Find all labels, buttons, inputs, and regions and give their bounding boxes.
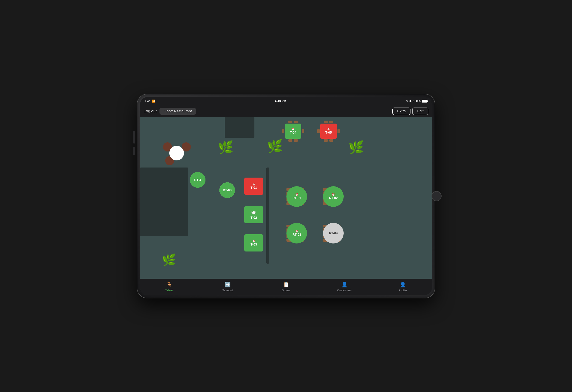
battery-indicator	[422, 100, 427, 102]
nav-profile[interactable]: 👤 Profile	[374, 279, 432, 295]
table-RT04-label: RT-04	[329, 231, 338, 235]
customers-icon: 👤	[341, 282, 348, 288]
extra-button[interactable]: Extra	[392, 108, 411, 115]
nav-tables[interactable]: 🪑 Tables	[140, 279, 198, 295]
status-bar: iPad 📶 4:43 PM ⊕ ✱ 100%	[140, 97, 432, 105]
chair	[324, 121, 328, 123]
ipad-screen: iPad 📶 4:43 PM ⊕ ✱ 100% Log out Floor: R…	[140, 97, 432, 295]
table-RT03-wrapper[interactable]: ⏰ RT-03	[286, 225, 304, 242]
tables-icon: 🪑	[166, 282, 172, 288]
device-model: iPad	[145, 99, 151, 103]
logout-button[interactable]: Log out	[144, 109, 157, 114]
table-BT4[interactable]: BT-4	[190, 172, 206, 188]
chair	[288, 139, 292, 142]
home-button[interactable]	[431, 191, 442, 201]
table-RT03[interactable]: ⏰ RT-03	[286, 223, 307, 244]
table-T05-wrapper[interactable]: ⏰ T-05	[317, 121, 340, 142]
orders-icon: 📋	[283, 282, 289, 288]
table-T02-wrapper[interactable]: 🍽️ T-02	[244, 210, 259, 220]
bottom-navigation: 🪑 Tables ➡️ Takeout 📋 Orders 👤 Customers…	[140, 279, 432, 295]
table-T04-wrapper[interactable]: ⏰ T-04	[282, 121, 304, 142]
nav-orders[interactable]: 📋 Orders	[257, 279, 315, 295]
table-T01-label: T-01	[251, 186, 257, 190]
floor-plan: 🌿 🌿 🌿 🌿	[140, 117, 432, 279]
chair	[282, 129, 284, 133]
table-RT02-label: RT-02	[329, 196, 338, 200]
app-screen: iPad 📶 4:43 PM ⊕ ✱ 100% Log out Floor: R…	[140, 97, 432, 295]
nav-customers[interactable]: 👤 Customers	[315, 279, 374, 295]
table-RT01[interactable]: ⏰ RT-01	[286, 186, 307, 207]
chair	[288, 121, 292, 123]
nav-tables-label: Tables	[165, 289, 174, 292]
floor-label: Floor: Restaurant	[159, 108, 196, 115]
nav-customers-label: Customers	[337, 289, 352, 292]
battery-fill	[422, 100, 427, 102]
table-RT01-wrapper[interactable]: ⏰ RT-01	[286, 188, 304, 205]
status-left: iPad 📶	[145, 99, 155, 103]
plant-4: 🌿	[162, 253, 176, 267]
chair	[294, 139, 298, 142]
nav-orders-label: Orders	[281, 289, 291, 292]
nav-takeout[interactable]: ➡️ Takeout	[198, 279, 257, 295]
chair	[302, 129, 304, 133]
table-T02[interactable]: 🍽️ T-02	[244, 206, 263, 223]
chair	[294, 121, 298, 123]
ipad-device: iPad 📶 4:43 PM ⊕ ✱ 100% Log out Floor: R…	[137, 94, 435, 298]
table-T04-label: T-04	[290, 131, 296, 134]
table-T03[interactable]: ⏰ T-03	[244, 234, 263, 251]
plant-2: 🌿	[267, 139, 283, 154]
volume-up-button[interactable]	[133, 135, 135, 144]
lounge-table	[169, 146, 184, 160]
table-RT04-wrapper[interactable]: RT-04	[323, 225, 340, 242]
chair	[317, 129, 320, 133]
table-RT01-label: RT-01	[292, 196, 301, 200]
table-RT02[interactable]: ⏰ RT-02	[323, 186, 344, 207]
plant-3: 🌿	[348, 140, 364, 155]
volume-down-button[interactable]	[133, 147, 135, 155]
wall-decor-3	[266, 167, 269, 264]
table-T03-label: T-03	[251, 243, 257, 246]
table-RT02-wrapper[interactable]: ⏰ RT-02	[323, 188, 340, 205]
edit-button[interactable]: Edit	[412, 108, 428, 115]
table-RT04[interactable]: RT-04	[323, 223, 344, 244]
wifi-icon: 📶	[152, 99, 155, 103]
table-T01-wrapper[interactable]: ⏰ T-01	[244, 181, 259, 191]
table-T05-label: T-05	[325, 131, 332, 134]
battery-label: 100%	[413, 99, 421, 103]
plant-1: 🌿	[218, 140, 234, 155]
top-bar: Log out Floor: Restaurant Extra Edit	[140, 105, 432, 117]
nav-profile-label: Profile	[398, 289, 407, 292]
status-right: ⊕ ✱ 100%	[406, 99, 427, 103]
clock: 4:43 PM	[275, 99, 286, 103]
nav-takeout-label: Takeout	[222, 289, 233, 292]
table-RT03-label: RT-03	[292, 233, 301, 236]
table-BT08[interactable]: BT-08	[219, 182, 235, 198]
table-T02-label: T-02	[251, 216, 257, 219]
bluetooth-icon: ✱	[409, 99, 412, 103]
top-right-buttons: Extra Edit	[392, 108, 428, 115]
takeout-icon: ➡️	[224, 282, 231, 288]
table-T01[interactable]: ⏰ T-01	[244, 178, 263, 195]
table-T04[interactable]: ⏰ T-04	[285, 124, 301, 139]
chair	[337, 129, 340, 133]
location-icon: ⊕	[406, 99, 408, 103]
wall-decor-1	[225, 117, 254, 138]
chair	[329, 139, 333, 142]
power-button[interactable]	[133, 131, 135, 136]
table-T03-wrapper[interactable]: ⏰ T-03	[244, 238, 259, 248]
wall-decor-2	[140, 167, 188, 236]
chair	[329, 121, 333, 123]
profile-icon: 👤	[400, 282, 406, 288]
chair	[324, 139, 328, 142]
table-T05[interactable]: ⏰ T-05	[320, 124, 337, 139]
